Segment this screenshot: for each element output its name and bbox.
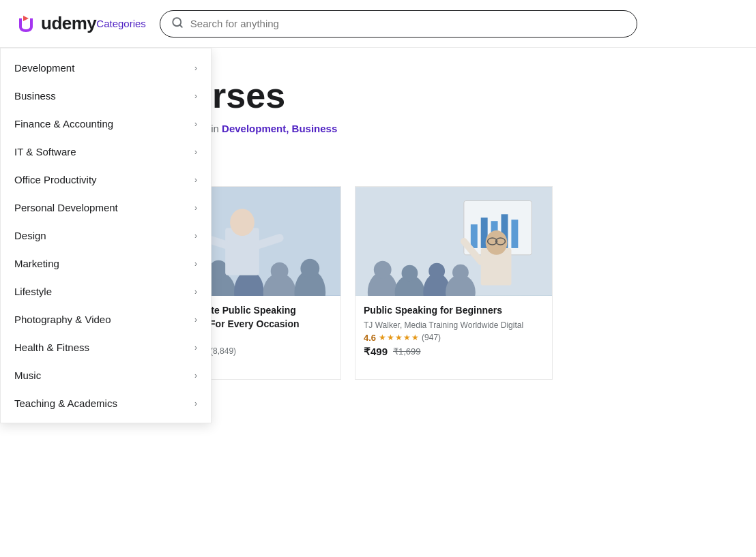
section-label: ed	[143, 155, 715, 172]
subtitle: Popular topics in Development, Business	[143, 123, 715, 134]
menu-item-photography-video[interactable]: Photography & Video ›	[1, 305, 211, 333]
page-title: Courses	[143, 75, 715, 116]
chevron-right-icon-development: ›	[194, 63, 197, 73]
svg-rect-0	[14, 12, 38, 36]
chevron-right-icon-photo: ›	[194, 315, 197, 325]
card-rating-2: 4.6 ★ ★ ★ ★ ★ (947)	[364, 333, 544, 343]
chevron-right-icon-office: ›	[194, 175, 197, 185]
menu-item-development[interactable]: Development ›	[1, 54, 211, 82]
menu-item-personal-development[interactable]: Personal Development ›	[1, 194, 211, 222]
chevron-right-icon-marketing: ›	[194, 259, 197, 269]
menu-item-lifestyle-label: Lifestyle	[14, 286, 194, 297]
menu-item-finance-accounting[interactable]: Finance & Accounting ›	[1, 110, 211, 138]
menu-item-teaching-academics-label: Teaching & Academics	[14, 397, 194, 409]
chevron-right-icon-finance: ›	[194, 119, 197, 129]
categories-dropdown: Development › Business › Finance & Accou…	[0, 48, 212, 423]
menu-item-marketing[interactable]: Marketing ›	[1, 250, 211, 277]
rating-count-2: (947)	[422, 333, 441, 342]
cards-row: 2024 Complete Public Speaking Masterclas…	[143, 186, 715, 380]
rating-count-1: (8,849)	[210, 346, 236, 356]
price-current-2: ₹499	[364, 346, 388, 358]
chevron-right-icon-health: ›	[194, 343, 197, 352]
card-title-2: Public Speaking for Beginners	[364, 304, 544, 318]
menu-item-music-label: Music	[14, 370, 194, 381]
menu-item-health-fitness-label: Health & Fitness	[14, 342, 194, 353]
chevron-right-icon-lifestyle: ›	[194, 287, 197, 297]
svg-point-12	[271, 262, 289, 280]
card-body-2: Public Speaking for Beginners TJ Walker,…	[355, 296, 552, 366]
svg-point-8	[209, 260, 228, 280]
star-6: ★	[379, 333, 386, 342]
header: udemy Categories	[0, 0, 756, 48]
card-instructor-2: TJ Walker, Media Training Worldwide Digi…	[364, 320, 544, 330]
stars-2: ★ ★ ★ ★ ★	[379, 333, 419, 342]
menu-item-music[interactable]: Music ›	[1, 361, 211, 389]
menu-item-health-fitness[interactable]: Health & Fitness ›	[1, 333, 211, 361]
chevron-right-icon-teaching: ›	[194, 399, 197, 408]
svg-point-35	[402, 265, 418, 282]
card-image-2	[355, 187, 552, 296]
menu-item-design-label: Design	[14, 230, 194, 241]
chevron-right-icon-personal: ›	[194, 203, 197, 213]
menu-item-design[interactable]: Design ›	[1, 222, 211, 250]
star-10: ★	[411, 333, 419, 342]
udemy-logo-icon	[14, 12, 38, 36]
menu-item-business[interactable]: Business ›	[1, 82, 211, 110]
svg-point-33	[374, 261, 392, 279]
star-8: ★	[395, 333, 403, 342]
svg-line-3	[179, 25, 181, 27]
chevron-right-icon-music: ›	[194, 371, 197, 380]
svg-point-16	[230, 209, 255, 236]
star-7: ★	[387, 333, 394, 342]
card-price-2: ₹499 ₹1,699	[364, 346, 544, 358]
menu-item-personal-development-label: Personal Development	[14, 202, 194, 213]
logo-text: udemy	[41, 13, 96, 34]
chevron-right-icon-business: ›	[194, 91, 197, 101]
chevron-right-icon-it: ›	[194, 147, 197, 157]
menu-item-lifestyle[interactable]: Lifestyle ›	[1, 277, 211, 305]
svg-rect-25	[511, 220, 518, 248]
course-card-2[interactable]: Public Speaking for Beginners TJ Walker,…	[355, 186, 553, 380]
price-original-2: ₹1,699	[393, 346, 421, 357]
search-bar	[160, 10, 637, 37]
svg-point-37	[428, 263, 445, 280]
menu-item-business-label: Business	[14, 90, 194, 102]
svg-point-39	[452, 265, 469, 281]
main-area: Courses Popular topics in Development, B…	[0, 48, 756, 557]
menu-item-development-label: Development	[14, 62, 194, 74]
menu-item-finance-accounting-label: Finance & Accounting	[14, 118, 194, 130]
svg-rect-21	[471, 224, 478, 248]
menu-item-teaching-academics[interactable]: Teaching & Academics ›	[1, 389, 211, 417]
logo[interactable]: udemy	[14, 12, 96, 36]
chevron-right-icon-design: ›	[194, 231, 197, 241]
menu-item-office-productivity-label: Office Productivity	[14, 174, 194, 185]
search-input[interactable]	[190, 18, 626, 29]
menu-item-it-software-label: IT & Software	[14, 146, 194, 157]
categories-button[interactable]: Categories	[96, 18, 146, 29]
menu-item-photography-video-label: Photography & Video	[14, 314, 194, 325]
subtitle-link[interactable]: Development, Business	[222, 123, 337, 134]
star-9: ★	[403, 333, 411, 342]
search-icon	[171, 16, 184, 31]
menu-item-marketing-label: Marketing	[14, 258, 194, 269]
menu-item-office-productivity[interactable]: Office Productivity ›	[1, 166, 211, 194]
menu-item-it-software[interactable]: IT & Software ›	[1, 138, 211, 166]
svg-point-14	[300, 259, 319, 278]
rating-number-2: 4.6	[364, 333, 376, 343]
